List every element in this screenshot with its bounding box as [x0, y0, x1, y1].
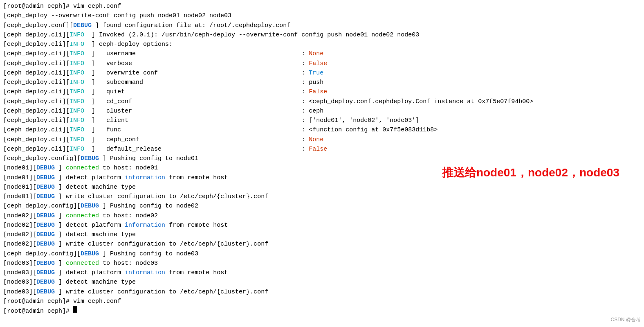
terminal-wrapper: [root@admin ceph]# vim ceph.conf[ceph_de… [0, 0, 644, 318]
terminal-line: [ceph_deploy.cli][INFO ] ceph_conf : Non… [3, 135, 641, 144]
terminal-text: [node02][ [3, 221, 36, 230]
terminal-text: False [309, 87, 327, 97]
terminal-text: ] [55, 163, 66, 173]
terminal-text: DEBUG [36, 192, 55, 201]
terminal-text: [node01][ [3, 192, 36, 201]
terminal-text: [ceph_deploy.cli][ [3, 59, 70, 68]
terminal-text: INFO [70, 106, 84, 116]
terminal-text: ] cd_conf : <ceph_deploy.conf.cephdeploy… [84, 97, 533, 106]
terminal-text: DEBUG [36, 287, 55, 297]
terminal-line: [root@admin ceph]# [3, 306, 641, 316]
terminal-text: DEBUG [81, 249, 99, 259]
terminal-line: [ceph_deploy.cli][INFO ] subcommand : pu… [3, 78, 641, 87]
terminal-text: DEBUG [36, 183, 55, 192]
terminal-text: DEBUG [81, 201, 99, 211]
terminal-text: DEBUG [81, 154, 99, 163]
terminal-text: information [125, 268, 165, 277]
terminal-text: True [309, 68, 323, 78]
terminal-text: [ceph_deploy.cli][ [3, 106, 70, 116]
terminal-text: INFO [70, 59, 84, 68]
terminal-line: [ceph_deploy.cli][INFO ] ceph-deploy opt… [3, 40, 641, 49]
terminal-text: ] detect platform [55, 221, 125, 230]
terminal-text: connected [66, 211, 99, 221]
terminal-text: [ceph_deploy.cli][ [3, 30, 70, 40]
terminal-text: DEBUG [36, 221, 55, 230]
terminal-text: INFO [70, 40, 84, 49]
terminal-text: ] subcommand : push [84, 78, 323, 87]
terminal-text: [ceph_deploy.cli][ [3, 135, 70, 144]
terminal-text: [node01][ [3, 183, 36, 192]
terminal-line: [node02][DEBUG ] write cluster configura… [3, 239, 641, 249]
terminal-line: [node03][DEBUG ] detect platform informa… [3, 268, 641, 277]
terminal-line: [ceph_deploy.cli][INFO ] username : None [3, 49, 641, 59]
terminal-text: DEBUG [36, 230, 55, 239]
terminal-line: [ceph_deploy.cli][INFO ] default_release… [3, 144, 641, 154]
terminal-text: ] [55, 211, 66, 221]
terminal-text: [ceph_deploy.cli][ [3, 68, 70, 78]
terminal-text: ] ceph-deploy options: [84, 40, 173, 49]
terminal-text: ] detect machine type [55, 277, 136, 287]
terminal-text: INFO [70, 144, 84, 154]
terminal-line: [node03][DEBUG ] detect machine type [3, 277, 641, 287]
terminal-text: [ceph_deploy.config][ [3, 249, 81, 259]
terminal-text: [node03][ [3, 277, 36, 287]
terminal-line: [ceph_deploy.cli][INFO ] quiet : False [3, 87, 641, 97]
terminal-text: [node02][ [3, 230, 36, 239]
terminal-line: [ceph_deploy.cli][INFO ] verbose : False [3, 59, 641, 68]
terminal-text: to host: node01 [99, 163, 158, 173]
terminal-output: [root@admin ceph]# vim ceph.conf[ceph_de… [0, 0, 644, 318]
terminal-line: [node02][DEBUG ] detect machine type [3, 230, 641, 239]
terminal-line: [root@admin ceph]# vim ceph.conf [3, 297, 641, 306]
terminal-text: INFO [70, 78, 84, 87]
terminal-text: False [309, 144, 327, 154]
terminal-text: [node03][ [3, 259, 36, 268]
terminal-text: ] func : <function config at 0x7f5e083d1… [84, 125, 438, 135]
terminal-text: INFO [70, 116, 84, 125]
terminal-text: ] Pushing config to node01 [99, 154, 198, 163]
terminal-text: from remote host [165, 268, 228, 277]
terminal-line: [ceph_deploy.config][DEBUG ] Pushing con… [3, 201, 641, 211]
terminal-text: connected [66, 259, 99, 268]
terminal-text: [node03][ [3, 268, 36, 277]
terminal-text: DEBUG [36, 211, 55, 221]
terminal-text: [node01][ [3, 173, 36, 183]
terminal-text: ] found configuration file at: /root/.ce… [92, 21, 290, 30]
terminal-text: [node03][ [3, 287, 36, 297]
terminal-text: connected [66, 163, 99, 173]
terminal-text: ] detect platform [55, 268, 125, 277]
terminal-text: [ceph_deploy.cli][ [3, 40, 70, 49]
terminal-text: [root@admin ceph]# vim ceph.conf [3, 2, 121, 11]
terminal-text: [ceph_deploy.cli][ [3, 144, 70, 154]
terminal-text: information [125, 221, 165, 230]
terminal-text: [root@admin ceph]# vim ceph.conf [3, 297, 121, 306]
terminal-text: ] detect platform [55, 173, 125, 183]
terminal-line: [ceph_deploy.conf][DEBUG ] found configu… [3, 21, 641, 30]
terminal-text: DEBUG [36, 163, 55, 173]
terminal-text: [node02][ [3, 239, 36, 249]
terminal-cursor [73, 306, 77, 313]
terminal-text: [ceph_deploy.config][ [3, 154, 81, 163]
terminal-text: [ceph_deploy --overwrite-conf config pus… [3, 11, 231, 20]
terminal-text: False [309, 59, 327, 68]
terminal-text: [ceph_deploy.cli][ [3, 78, 70, 87]
terminal-text: information [125, 173, 165, 183]
terminal-line: [node02][DEBUG ] connected to host: node… [3, 211, 641, 221]
terminal-line: [node01][DEBUG ] write cluster configura… [3, 192, 641, 201]
terminal-line: [ceph_deploy.cli][INFO ] cluster : ceph [3, 106, 641, 116]
terminal-text: ] default_release : [84, 144, 309, 154]
terminal-text: DEBUG [36, 173, 55, 183]
terminal-text: [ceph_deploy.cli][ [3, 125, 70, 135]
terminal-text: ] [55, 259, 66, 268]
terminal-text: ] write cluster configuration to /etc/ce… [55, 287, 268, 297]
terminal-line: [ceph_deploy.cli][INFO ] overwrite_conf … [3, 68, 641, 78]
terminal-text: [ceph_deploy.config][ [3, 201, 81, 211]
terminal-line: [ceph_deploy.cli][INFO ] Invoked (2.0.1)… [3, 30, 641, 40]
terminal-line: [ceph_deploy.cli][INFO ] client : ['node… [3, 116, 641, 125]
terminal-text: INFO [70, 125, 84, 135]
terminal-text: [root@admin ceph]# [3, 307, 73, 316]
terminal-line: [ceph_deploy --overwrite-conf config pus… [3, 11, 641, 20]
terminal-text: to host: node02 [99, 211, 158, 221]
terminal-text: DEBUG [36, 277, 55, 287]
terminal-text: ] Pushing config to node03 [99, 249, 198, 259]
csdn-badge: CSDN @合考 [610, 316, 641, 324]
